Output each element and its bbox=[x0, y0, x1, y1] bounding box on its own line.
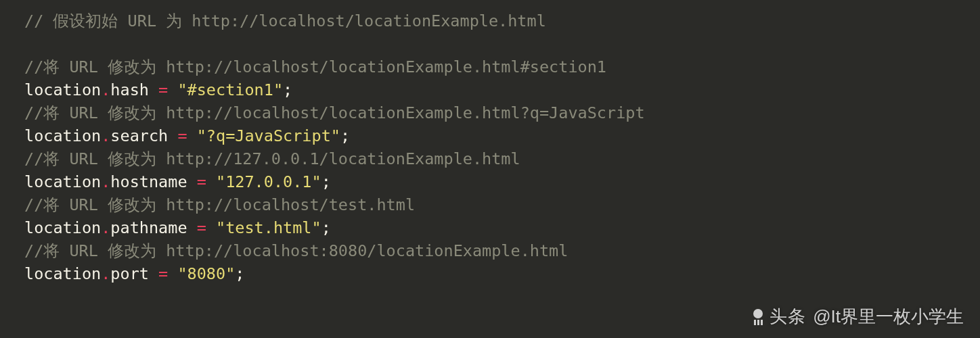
code-line: //将 URL 修改为 http://localhost/test.html bbox=[24, 195, 415, 214]
watermark-handle: @It界里一枚小学生 bbox=[813, 305, 964, 329]
code-line: location.port = "8080"; bbox=[24, 264, 244, 283]
code-line: //将 URL 修改为 http://localhost:8080/locati… bbox=[24, 241, 568, 260]
code-line: //将 URL 修改为 http://localhost/locationExa… bbox=[24, 57, 606, 76]
code-line: location.hostname = "127.0.0.1"; bbox=[24, 172, 331, 191]
code-line: location.pathname = "test.html"; bbox=[24, 218, 331, 237]
code-line: //将 URL 修改为 http://127.0.0.1/locationExa… bbox=[24, 149, 520, 168]
code-snippet: // 假设初始 URL 为 http://localhost/locationE… bbox=[0, 0, 980, 285]
code-line: location.hash = "#section1"; bbox=[24, 80, 292, 99]
code-line: //将 URL 修改为 http://localhost/locationExa… bbox=[24, 103, 645, 122]
code-line: location.search = "?q=JavaScript"; bbox=[24, 126, 350, 145]
code-line: // 假设初始 URL 为 http://localhost/locationE… bbox=[24, 11, 546, 30]
watermark-brand: 头条 bbox=[770, 305, 806, 329]
toutiao-logo-icon bbox=[753, 309, 763, 325]
watermark: 头条 @It界里一枚小学生 bbox=[753, 305, 964, 329]
